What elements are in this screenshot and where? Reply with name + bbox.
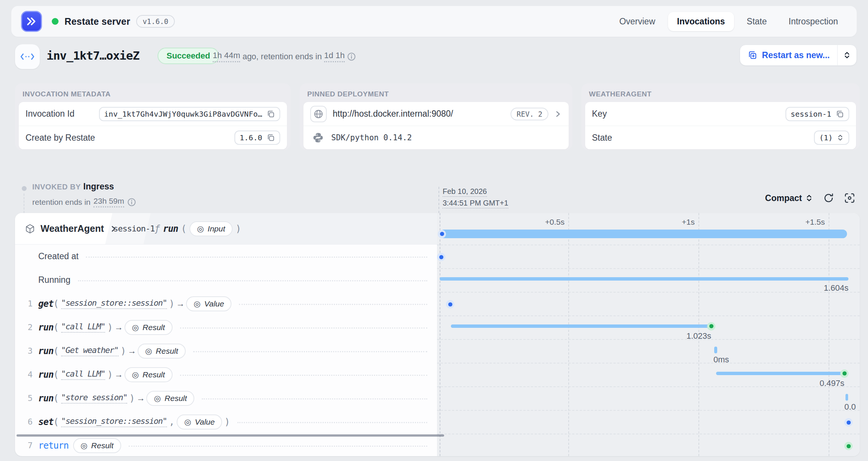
eye-icon: ◎ <box>197 224 204 233</box>
service-key[interactable]: session-1 <box>113 224 155 233</box>
timeline-time[interactable]: 3:44:51 PM GMT+1 <box>443 199 508 207</box>
eye-icon: ◎ <box>194 299 200 308</box>
result-pill-button[interactable]: ◎ Result <box>146 391 194 406</box>
card-title: WEATHERAGENT <box>585 87 856 102</box>
timeline-area: +0.5s +1s +1.5s 1.604s 1.023s <box>437 213 860 456</box>
compact-select[interactable]: Compact <box>765 193 813 203</box>
tab-overview[interactable]: Overview <box>610 12 664 31</box>
deployment-endpoint-row[interactable]: http://host.docker.internal:9080/ REV. 2 <box>303 102 569 126</box>
server-status-dot <box>52 18 59 25</box>
invocation-meta-text: ago, retention ends in <box>242 52 322 62</box>
input-pill[interactable]: ◎ Input <box>189 221 233 236</box>
value-pill-button[interactable]: ◎ Value <box>186 296 231 311</box>
tab-introspection[interactable]: Introspection <box>779 12 847 31</box>
leader-line <box>239 304 427 305</box>
restate-logo-icon <box>21 11 42 32</box>
info-icon <box>127 198 136 207</box>
service-name[interactable]: WeatherAgent <box>41 223 104 234</box>
trace-panel: +0.5s +1s +1.5s 1.604s 1.023s <box>15 213 860 456</box>
refresh-button[interactable] <box>823 192 834 204</box>
run-duration-bar[interactable] <box>845 394 848 401</box>
run-duration-bar[interactable] <box>451 324 711 328</box>
timeline-row-run-get-weather: 0ms <box>437 339 860 363</box>
restart-options-caret[interactable] <box>838 51 856 59</box>
running-duration-bar[interactable] <box>440 277 848 281</box>
result-pill-button[interactable]: ◎ Result <box>73 438 121 453</box>
nav-tabs: Overview Invocations State Introspection <box>610 12 847 31</box>
restart-as-new-button[interactable]: Restart as new... <box>740 50 837 60</box>
eye-icon: ◎ <box>132 370 139 379</box>
timeline-row-run-call-llm: 1.023s <box>437 315 860 339</box>
invocation-id-row: Invocation Id inv_1kt7Gh4vJWjY0quwk3GiP8… <box>19 102 287 126</box>
timeline-row-invocation <box>437 213 860 245</box>
result-pill-button[interactable]: ◎ Result <box>125 320 173 335</box>
invoked-by-dot <box>22 186 27 191</box>
function-symbol: ƒ <box>155 224 160 234</box>
result-pill-button[interactable]: ◎ Result <box>125 367 173 382</box>
run-duration-bar[interactable] <box>714 347 717 353</box>
invocation-duration-bar[interactable] <box>440 230 847 238</box>
eye-icon: ◎ <box>145 347 152 356</box>
chevron-right-icon[interactable] <box>554 110 562 118</box>
agent-key-row: Key session-1 <box>585 102 856 126</box>
server-version-badge: v1.6.0 <box>136 15 175 28</box>
timeline-date[interactable]: Feb 10, 2026 <box>443 187 487 196</box>
leader-line <box>180 375 427 376</box>
chevron-up-down-icon <box>843 51 851 59</box>
trace-row-run-store-session: 5 run ( "store session" ) → ◎ Result <box>15 386 437 410</box>
restate-version-value[interactable]: 1.6.0 <box>234 131 280 145</box>
python-icon <box>312 132 324 143</box>
result-pill-button[interactable]: ◎ Result <box>138 344 186 359</box>
eye-icon: ◎ <box>154 394 161 403</box>
invocation-meta: 1h 44m ago, retention ends in 1d 1h <box>213 51 356 62</box>
trace-row-created-at: Created at <box>15 245 437 268</box>
invocation-metadata-card: INVOCATION METADATA Invocation Id inv_1k… <box>15 83 291 150</box>
pinned-deployment-card: PINNED DEPLOYMENT http://host.docker.int… <box>300 83 572 150</box>
agent-key-value[interactable]: session-1 <box>785 107 849 121</box>
trace-row-return: 7 return ◎ Result <box>15 434 437 456</box>
invocation-id-value[interactable]: inv_1kt7Gh4vJWjY0quwk3GiP8avDGVNFo… <box>99 107 280 121</box>
deployment-sdk-row: SDK/python 0.14.2 <box>303 126 569 149</box>
timeline-row-set <box>437 410 860 434</box>
retention-value[interactable]: 23h 59m <box>93 197 124 207</box>
handler-call: ƒ run ( ◎ Input ) <box>155 221 241 236</box>
invoked-by-value: Ingress <box>83 182 114 192</box>
endpoint-url: http://host.docker.internal:9080/ <box>333 109 453 119</box>
server-title: Restate server <box>65 16 130 27</box>
focus-button[interactable] <box>844 192 855 204</box>
return-marker[interactable] <box>844 442 853 450</box>
refresh-icon <box>823 192 834 204</box>
leader-line <box>193 351 427 352</box>
created-at-marker[interactable] <box>437 253 445 261</box>
tab-invocations[interactable]: Invocations <box>668 12 734 31</box>
timeline-row-created-at <box>437 245 860 268</box>
trace-row-running: Running <box>15 268 437 292</box>
end-marker <box>707 322 715 330</box>
get-marker[interactable] <box>446 300 454 308</box>
timeline-row-return <box>437 434 860 456</box>
copy-plus-icon <box>748 50 757 60</box>
set-marker[interactable] <box>844 418 853 426</box>
timeline-row-run-store-session: 0.0 <box>437 386 860 410</box>
value-pill-button[interactable]: ◎ Value <box>177 414 222 429</box>
retention-line: retention ends in 23h 59m <box>32 197 136 207</box>
trace-row-run-call-llm-2: 4 run ( "call LLM" ) → ◎ Result <box>15 363 437 386</box>
copy-icon[interactable] <box>267 134 275 142</box>
invocation-retention[interactable]: 1d 1h <box>324 51 345 62</box>
agent-state-value[interactable]: (1) <box>814 131 849 145</box>
trace-row-get: 1 get ( "session_store::session" ) → ◎ V… <box>15 292 437 315</box>
chevron-up-down-icon <box>805 194 813 202</box>
globe-icon <box>310 106 327 122</box>
eye-icon: ◎ <box>132 323 139 332</box>
eye-icon: ◎ <box>184 417 191 426</box>
copy-icon[interactable] <box>267 110 275 118</box>
trace-row-run-get-weather: 3 run ( "Get weather" ) → ◎ Result <box>15 339 437 363</box>
tab-state[interactable]: State <box>738 12 776 31</box>
scan-focus-icon <box>844 192 855 204</box>
copy-icon[interactable] <box>836 110 844 118</box>
invoked-by-label: INVOKED BY <box>32 183 81 191</box>
horizontal-scrollbar[interactable] <box>17 434 444 437</box>
invocation-age[interactable]: 1h 44m <box>213 51 240 62</box>
trace-row-set: 6 set ( "session_store::session" , ◎ Val… <box>15 410 437 434</box>
run-duration-bar[interactable] <box>716 372 844 375</box>
